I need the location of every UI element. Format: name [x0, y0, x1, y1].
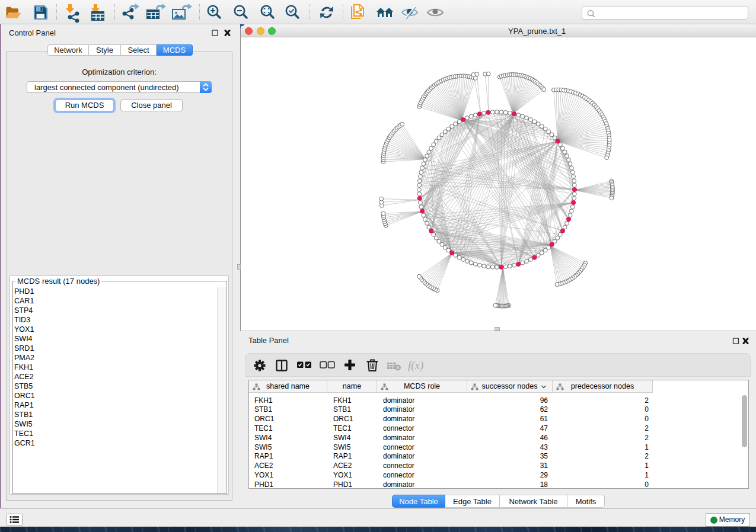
svg-text:f(x): f(x) — [408, 359, 423, 372]
